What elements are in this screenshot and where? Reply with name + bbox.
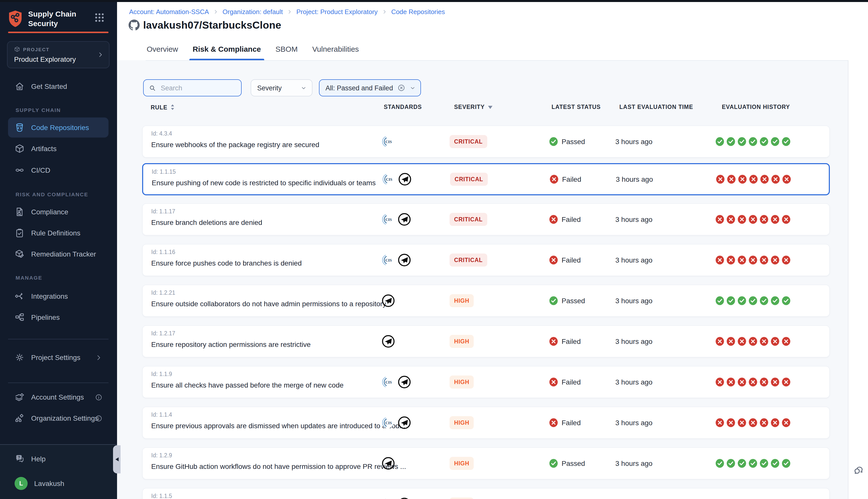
search-input[interactable]: [160, 84, 234, 92]
sidebar-item-account-settings[interactable]: Account Settings: [8, 387, 108, 407]
severity-badge: HIGH: [449, 335, 474, 348]
failed-icon: [549, 378, 558, 387]
info-icon[interactable]: [95, 393, 103, 401]
status-label: Passed: [562, 459, 585, 467]
table-row[interactable]: Id: 1.2.9Ensure GitHub action workflows …: [142, 447, 830, 479]
table-row[interactable]: Id: 1.1.4Ensure previous approvals are d…: [142, 406, 830, 439]
sidebar-item-pipelines[interactable]: Pipelines: [8, 307, 108, 327]
evaluation-time: 3 hours ago: [615, 378, 652, 386]
table-row[interactable]: Id: 4.3.4Ensure webhooks of the package …: [142, 125, 830, 158]
column-header-severity[interactable]: SEVERITY: [454, 104, 493, 110]
status-label: Failed: [562, 378, 581, 386]
tab-risk-compliance[interactable]: Risk & Compliance: [192, 38, 262, 60]
info-icon[interactable]: [95, 414, 103, 422]
standards-cell: [382, 285, 395, 316]
avatar: L: [14, 477, 28, 490]
column-header-standards: STANDARDS: [384, 104, 422, 110]
column-header-label: RULE: [151, 104, 168, 110]
history-failed-icon: [726, 418, 735, 427]
tab-overview[interactable]: Overview: [146, 38, 179, 60]
breadcrumb-link-code-repositories[interactable]: Code Repositories: [391, 8, 445, 15]
project-switcher[interactable]: PROJECT Product Exploratory: [7, 41, 109, 68]
help-chat-icon: ?: [14, 454, 25, 464]
scorecard-standard-icon: [382, 335, 395, 348]
document-search-icon: [14, 207, 25, 217]
clear-filter-icon[interactable]: [397, 84, 405, 92]
breadcrumb-link-account-automation-ssca[interactable]: Account: Automation-SSCA: [129, 8, 209, 15]
latest-status: Failed: [549, 378, 581, 387]
sidebar-section-supply-chain: SUPPLY CHAIN: [15, 107, 61, 113]
app-window: Supply ChainSecurity PROJECT Product Exp…: [0, 0, 868, 499]
user-menu[interactable]: L Lavakush: [8, 473, 108, 494]
table-row[interactable]: Id: 1.1.5CISHIGHFailed3 hours ago: [142, 488, 830, 499]
status-filter[interactable]: All: Passed and Failed: [319, 79, 421, 96]
window-top-strip: [0, 0, 868, 2]
evaluation-time: 3 hours ago: [615, 137, 652, 146]
evaluation-time: 3 hours ago: [615, 256, 652, 264]
svg-text:CIS: CIS: [386, 380, 392, 384]
cis-standard-icon: CIS: [382, 376, 394, 388]
history-failed-icon: [760, 255, 769, 265]
table-row[interactable]: Id: 1.2.17Ensure repository action permi…: [142, 325, 830, 357]
table-row[interactable]: Id: 1.1.15Ensure pushing of new code is …: [142, 163, 830, 195]
column-header-rule[interactable]: RULE: [151, 104, 175, 110]
sidebar-item-organization-settings[interactable]: Organization Settings: [8, 408, 108, 428]
status-label: Failed: [562, 419, 581, 427]
chevron-right-icon: [97, 51, 104, 58]
sidebar-item-help[interactable]: ? Help: [8, 449, 108, 469]
sidebar-item-artifacts[interactable]: Artifacts: [8, 138, 108, 159]
history-failed-icon: [782, 337, 791, 346]
table-row[interactable]: Id: 1.1.17Ensure branch deletions are de…: [142, 203, 830, 235]
status-label: Passed: [562, 297, 585, 305]
integrations-icon: [14, 291, 25, 301]
chevron-down-icon: [409, 85, 416, 91]
evaluation-history: [716, 174, 791, 184]
rule-name: Ensure force pushes code to branches is …: [151, 259, 302, 267]
history-failed-icon: [748, 337, 758, 346]
sidebar-item-code-repositories[interactable]: Code Repositories: [8, 118, 108, 137]
project-icon: [14, 46, 20, 52]
scorecard-standard-icon: [398, 213, 411, 226]
tab-vulnerabilities[interactable]: Vulnerabilities: [311, 38, 360, 60]
chevron-right-icon: [95, 354, 103, 361]
latest-status: Passed: [549, 296, 585, 305]
severity-badge: HIGH: [449, 376, 474, 389]
evaluation-history: [715, 377, 791, 387]
rule-id: Id: 1.1.16: [151, 249, 175, 255]
table-row[interactable]: Id: 1.1.9Ensure all checks have passed b…: [142, 366, 830, 398]
sidebar-item-project-settings[interactable]: Project Settings: [8, 348, 108, 367]
sidebar-item-ci-cd[interactable]: CI/CD: [8, 160, 108, 180]
apps-grid-icon[interactable]: [95, 13, 104, 22]
shield-logo-icon: [8, 10, 23, 28]
cis-standard-icon: CIS: [382, 498, 394, 499]
evaluation-history: [715, 137, 791, 146]
passed-icon: [549, 137, 558, 146]
table-row[interactable]: Id: 1.2.21Ensure outside collaborators d…: [142, 285, 830, 317]
sidebar-item-integrations[interactable]: Integrations: [8, 286, 108, 306]
breadcrumb-link-organization-default[interactable]: Organization: default: [222, 8, 283, 15]
svg-text:CIS: CIS: [386, 177, 392, 182]
failed-icon: [549, 256, 558, 265]
breadcrumb-link-project-product-exploratory[interactable]: Project: Product Exploratory: [297, 8, 378, 15]
history-passed-icon: [760, 137, 769, 146]
table-row[interactable]: Id: 1.1.16Ensure force pushes code to br…: [142, 244, 830, 276]
severity-filter[interactable]: Severity: [251, 79, 312, 96]
user-name: Lavakush: [34, 479, 64, 487]
rule-id: Id: 1.1.9: [151, 371, 172, 377]
status-label: Passed: [562, 137, 585, 146]
sidebar-collapse-button[interactable]: [113, 445, 121, 473]
sidebar-item-get-started[interactable]: Get Started: [8, 76, 108, 96]
latest-status: Passed: [549, 137, 585, 146]
breadcrumb-separator-icon: [213, 9, 218, 14]
sidebar-item-remediation-tracker[interactable]: Remediation Tracker: [8, 244, 108, 264]
sidebar-item-compliance[interactable]: Compliance: [8, 202, 108, 222]
sidebar-section-manage: MANAGE: [15, 275, 43, 281]
history-failed-icon: [771, 337, 780, 346]
chat-icon[interactable]: [853, 464, 864, 476]
sort-desc-icon: [488, 105, 493, 109]
history-failed-icon: [782, 418, 791, 427]
tab-sbom[interactable]: SBOM: [275, 38, 299, 60]
sidebar-item-rule-definitions[interactable]: Rule Definitions: [8, 223, 108, 243]
sidebar-item-label: Get Started: [31, 82, 67, 90]
history-failed-icon: [760, 174, 769, 184]
